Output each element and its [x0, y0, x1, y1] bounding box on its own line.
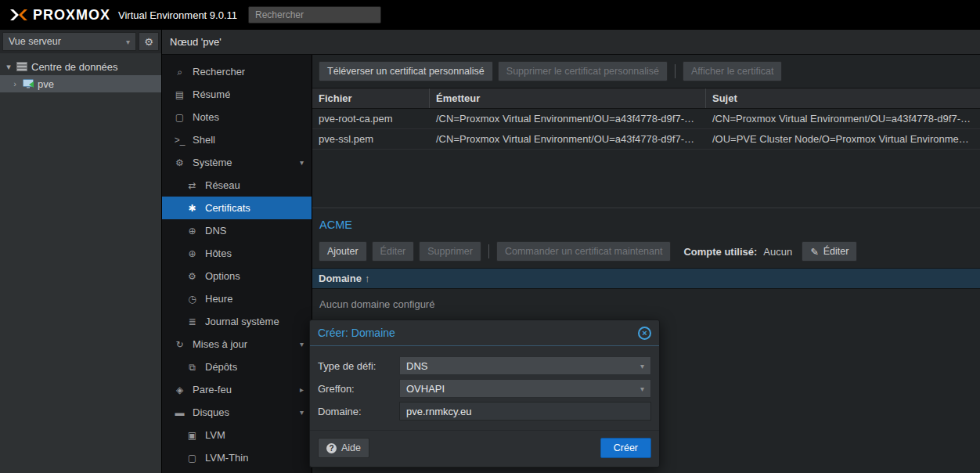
- sidebar-item-label: Résumé: [193, 88, 230, 100]
- note-icon: ▢: [174, 112, 186, 123]
- sidebar-item-dns[interactable]: ⊕ DNS: [162, 219, 312, 242]
- view-selector[interactable]: Vue serveur ▾: [2, 32, 136, 51]
- sidebar-item-lvm-thin[interactable]: ▢ LVM-Thin: [162, 446, 312, 469]
- tree-item-datacenter[interactable]: ▾ Centre de données: [0, 58, 161, 75]
- dialog-header[interactable]: Créer: Domaine ×: [310, 320, 659, 346]
- sidebar-item-system[interactable]: ⚙ Système ▾: [162, 151, 312, 174]
- sidebar-item-time[interactable]: ◷ Heure: [162, 287, 312, 310]
- version-text: Virtual Environment 9.0.11: [118, 9, 237, 21]
- globe-icon: ⊕: [186, 226, 198, 236]
- sidebar-item-label: Options: [205, 270, 240, 282]
- plugin-select[interactable]: OVHAPI ▾: [399, 379, 651, 398]
- sidebar-item-label: DNS: [205, 225, 226, 236]
- account-edit-button[interactable]: ✎ Éditer: [802, 241, 857, 262]
- dialog-footer: ? Aide Créer: [310, 430, 659, 467]
- caret-down-icon: ▾: [300, 408, 304, 417]
- acme-edit-button: Éditer: [372, 241, 415, 262]
- sidebar-item-notes[interactable]: ▢ Notes: [162, 106, 312, 128]
- datacenter-icon: [16, 62, 27, 71]
- tree-item-label: Centre de données: [31, 61, 118, 73]
- tree-item-pve[interactable]: › pve: [0, 75, 161, 92]
- node-icon: [23, 79, 34, 88]
- tree-item-label: pve: [38, 78, 54, 90]
- sidebar-item-label: Certificats: [205, 202, 250, 214]
- challenge-type-row: Type de défi: DNS ▾: [318, 356, 651, 375]
- acme-add-button[interactable]: Ajouter: [319, 241, 367, 262]
- sidebar-item-label: Journal système: [205, 316, 279, 327]
- column-header-subject[interactable]: Sujet: [706, 88, 980, 108]
- domains-table-header[interactable]: Domaine ↑: [312, 268, 980, 289]
- sidebar-item-label: Rechercher: [193, 66, 245, 78]
- sidebar-item-label: Pare-feu: [193, 384, 232, 395]
- proxmox-logo: PROXMOX: [9, 7, 110, 23]
- list-icon: ≣: [186, 316, 198, 327]
- spacer: [312, 150, 980, 208]
- account-used-label: Compte utilisé:: [683, 246, 757, 258]
- sidebar-item-network[interactable]: ⇄ Réseau: [162, 174, 312, 197]
- sidebar-item-label: Hôtes: [205, 247, 232, 259]
- certificates-toolbar: Téléverser un certificat personnalisé Su…: [312, 55, 980, 88]
- shield-icon: ◈: [174, 385, 186, 395]
- sidebar-item-firewall[interactable]: ◈ Pare-feu ▸: [162, 378, 312, 401]
- resource-tree: ▾ Centre de données › pve: [0, 53, 161, 473]
- sidebar-item-repositories[interactable]: ⧉ Dépôts: [162, 356, 312, 378]
- view-selector-label: Vue serveur: [9, 36, 61, 47]
- sidebar-item-summary[interactable]: ▤ Résumé: [162, 83, 312, 106]
- global-search-input[interactable]: [248, 6, 381, 23]
- create-button[interactable]: Créer: [600, 438, 651, 458]
- sidebar-item-options[interactable]: ⚙ Options: [162, 265, 312, 287]
- chevron-down-icon: ▾: [640, 362, 644, 370]
- certificate-subject-cell: /OU=PVE Cluster Node/O=Proxmox Virtual E…: [706, 129, 980, 149]
- sidebar-item-certificates[interactable]: ✱ Certificats: [162, 197, 312, 219]
- certificates-table-header: Fichier Émetteur Sujet: [312, 88, 980, 109]
- sidebar-item-label: Shell: [193, 134, 215, 146]
- toolbar-separator: [675, 64, 676, 78]
- certificate-icon: ✱: [186, 203, 198, 214]
- caret-right-icon: ▸: [300, 385, 304, 394]
- sidebar-item-hosts[interactable]: ⊕ Hôtes: [162, 242, 312, 265]
- sidebar-item-search[interactable]: ⌕ Rechercher: [162, 60, 312, 83]
- tree-settings-button[interactable]: ⚙: [139, 32, 159, 51]
- sidebar-item-label: LVM: [205, 429, 225, 441]
- certificate-row[interactable]: pve-root-ca.pem /CN=Proxmox Virtual Envi…: [312, 109, 980, 129]
- view-selector-row: Vue serveur ▾ ⚙: [0, 30, 161, 53]
- clock-icon: ◷: [186, 294, 198, 305]
- sidebar-item-label: Disques: [193, 406, 229, 418]
- column-header-issuer[interactable]: Émetteur: [430, 88, 706, 108]
- help-button[interactable]: ? Aide: [318, 438, 369, 458]
- upload-custom-certificate-button[interactable]: Téléverser un certificat personnalisé: [319, 61, 493, 81]
- chevron-down-icon: ▾: [640, 385, 644, 393]
- domain-row: Domaine:: [318, 402, 651, 421]
- sidebar-item-shell[interactable]: >_ Shell: [162, 128, 312, 151]
- node-header: Nœud 'pve': [162, 30, 980, 55]
- exchange-icon: ⇄: [186, 180, 198, 191]
- sidebar-item-disks[interactable]: ▬ Disques ▾: [162, 401, 312, 424]
- sidebar-item-lvm[interactable]: ▣ LVM: [162, 424, 312, 446]
- help-button-label: Aide: [341, 442, 361, 453]
- domains-empty-text: Aucun domaine configuré: [312, 289, 980, 320]
- domain-input[interactable]: [399, 402, 651, 421]
- disks-icon: ▬: [174, 407, 186, 418]
- pencil-icon: ✎: [810, 246, 818, 258]
- column-header-domain: Domaine: [319, 273, 362, 284]
- lvm-thin-icon: ▢: [186, 453, 198, 464]
- sidebar-item-updates[interactable]: ↻ Mises à jour ▾: [162, 333, 312, 356]
- brand-name: PROXMOX: [33, 7, 110, 23]
- sidebar-item-syslog[interactable]: ≣ Journal système: [162, 310, 312, 333]
- certificate-row[interactable]: pve-ssl.pem /CN=Proxmox Virtual Environm…: [312, 129, 980, 150]
- challenge-type-select[interactable]: DNS ▾: [399, 356, 651, 375]
- plugin-label: Greffon:: [318, 383, 399, 395]
- certificate-issuer-cell: /CN=Proxmox Virtual Environment/OU=a43f4…: [430, 109, 706, 128]
- gear-icon: ⚙: [144, 36, 153, 48]
- terminal-icon: >_: [174, 135, 186, 146]
- gears-icon: ⚙: [174, 157, 186, 168]
- close-icon[interactable]: ×: [638, 327, 651, 340]
- sidebar-item-label: Mises à jour: [193, 338, 247, 350]
- delete-custom-certificate-button: Supprimer le certificat personnalisé: [498, 61, 668, 81]
- column-header-file[interactable]: Fichier: [312, 88, 430, 108]
- acme-toolbar: Ajouter Éditer Supprimer Commander un ce…: [312, 241, 980, 268]
- account-used-value: Aucun: [763, 246, 792, 258]
- tree-collapsed-icon[interactable]: ›: [11, 79, 19, 88]
- chevron-down-icon: ▾: [126, 38, 130, 46]
- view-certificate-button: Afficher le certificat: [683, 61, 782, 81]
